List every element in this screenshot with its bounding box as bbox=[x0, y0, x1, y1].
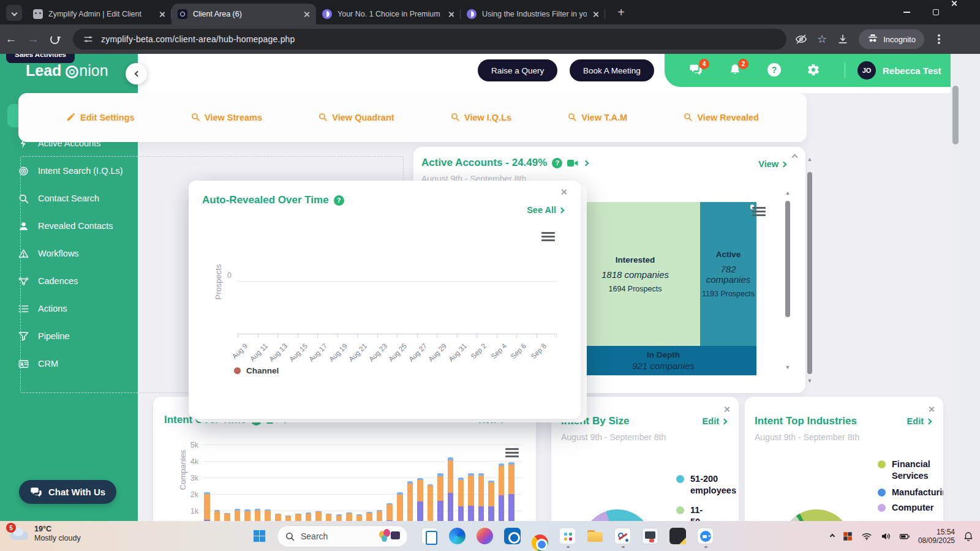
taskbar-screen-record-icon[interactable] bbox=[642, 528, 658, 544]
preview-eye-off-icon[interactable] bbox=[795, 33, 807, 45]
window-minimize-button[interactable] bbox=[892, 0, 921, 24]
widgets-scrollbar[interactable]: ▲ ▼ bbox=[806, 156, 813, 384]
tab-close-button[interactable] bbox=[157, 9, 167, 19]
treemap-node-interested[interactable]: Interested 1818 companies 1694 Prospects bbox=[570, 202, 700, 346]
scrollbar-thumb[interactable] bbox=[785, 201, 790, 317]
chart-menu-button[interactable] bbox=[541, 232, 555, 242]
taskbar-file-explorer-icon[interactable] bbox=[587, 528, 603, 544]
browser-scrollbar[interactable] bbox=[951, 54, 960, 551]
tab-close-button[interactable] bbox=[590, 9, 600, 19]
taskbar-snipping-tool-icon[interactable] bbox=[614, 528, 631, 544]
tray-expand-chevron[interactable] bbox=[830, 533, 835, 538]
browser-tab-client-area-6[interactable]: Client Area (6) bbox=[172, 4, 316, 24]
tray-app-grid-icon[interactable] bbox=[842, 531, 853, 542]
help-tooltip-icon[interactable] bbox=[334, 195, 344, 206]
search-highlight-image[interactable] bbox=[379, 528, 400, 544]
legend-label[interactable]: Channel bbox=[246, 366, 279, 375]
sidebar-collapse-button[interactable] bbox=[126, 63, 147, 84]
scroll-up-icon[interactable]: ▲ bbox=[806, 156, 813, 162]
browser-tab-using-the-industries[interactable]: Using the Industries Filter in yo bbox=[461, 4, 605, 24]
notifications-button[interactable]: 2 bbox=[728, 63, 743, 78]
close-widget-button[interactable] bbox=[723, 404, 730, 415]
treemap-node-active[interactable]: Active 782 companies 1193 Prospects bbox=[700, 202, 756, 346]
battery-icon[interactable] bbox=[899, 531, 910, 542]
chart-menu-button[interactable] bbox=[505, 448, 519, 458]
taskbar-edge-icon[interactable] bbox=[449, 528, 466, 544]
bookmark-star-icon[interactable]: ☆ bbox=[817, 32, 827, 46]
start-button[interactable] bbox=[252, 529, 266, 543]
intent-top-industries-edit-link[interactable]: Edit bbox=[907, 416, 932, 426]
address-bar[interactable]: zymplify-beta.com/client-area/hub-homepa… bbox=[73, 29, 786, 50]
volume-icon[interactable] bbox=[880, 531, 891, 542]
intent-bar[interactable] bbox=[468, 473, 474, 528]
book-meeting-button[interactable]: Book A Meeting bbox=[570, 59, 654, 81]
scroll-down-icon[interactable]: ▼ bbox=[784, 364, 791, 370]
quicklink-view-t-a-m[interactable]: View T.A.M bbox=[567, 112, 627, 124]
treemap-node-indepth[interactable]: In Depth 921 companies bbox=[570, 346, 756, 375]
reload-button[interactable] bbox=[50, 35, 59, 44]
quicklink-view-revealed[interactable]: View Revealed bbox=[683, 112, 759, 124]
video-icon[interactable] bbox=[567, 159, 579, 168]
intent-bar[interactable] bbox=[508, 462, 514, 528]
back-button[interactable]: ← bbox=[0, 32, 22, 46]
raise-query-button[interactable]: Raise a Query bbox=[478, 59, 557, 81]
taskbar-slack-icon[interactable] bbox=[559, 528, 576, 544]
tab-close-button[interactable] bbox=[301, 9, 311, 19]
taskbar-chrome-icon[interactable] bbox=[532, 534, 548, 551]
window-maximize-button[interactable] bbox=[921, 0, 951, 24]
scroll-up-icon[interactable]: ▲ bbox=[784, 190, 791, 196]
panel-scrollbar[interactable]: ▲ ▼ bbox=[784, 190, 791, 370]
intent-bar[interactable] bbox=[417, 478, 423, 528]
intent-bar[interactable] bbox=[448, 457, 454, 528]
weather-widget[interactable]: 5 19°C Mostly cloudy bbox=[9, 525, 81, 543]
taskbar-search[interactable]: Search bbox=[277, 525, 408, 547]
intent-bar[interactable] bbox=[499, 463, 505, 528]
legend-item-financial[interactable]: Financial Services bbox=[878, 459, 930, 482]
chat-with-us-button[interactable]: Chat With Us bbox=[19, 480, 116, 504]
help-tooltip-icon[interactable] bbox=[552, 158, 562, 168]
window-close-button[interactable] bbox=[951, 0, 980, 24]
messages-button[interactable]: 4 bbox=[689, 63, 704, 78]
settings-button[interactable] bbox=[807, 63, 821, 78]
wifi-icon[interactable] bbox=[861, 531, 872, 542]
intent-bar[interactable] bbox=[458, 478, 464, 528]
legend-item-computer[interactable]: Computer bbox=[878, 502, 933, 514]
close-widget-button[interactable] bbox=[928, 404, 935, 415]
browser-tab-your-no-1-choice-in-[interactable]: Your No. 1 Choice in Premium S bbox=[316, 4, 461, 24]
legend-item-manufacturing[interactable]: Manufacturing bbox=[878, 487, 943, 498]
download-icon[interactable] bbox=[837, 33, 849, 45]
browser-menu-kebab-icon[interactable] bbox=[938, 38, 940, 40]
intent-by-size-edit-link[interactable]: Edit bbox=[703, 416, 728, 426]
scrollbar-thumb[interactable] bbox=[807, 172, 812, 374]
forward-button[interactable]: → bbox=[22, 32, 44, 46]
site-info-icon[interactable] bbox=[83, 34, 94, 45]
widget-collapse-chevron[interactable] bbox=[793, 151, 797, 162]
taskbar-outlook-icon[interactable] bbox=[504, 528, 521, 544]
taskbar-zoom-icon[interactable] bbox=[697, 528, 714, 544]
close-widget-button[interactable] bbox=[560, 187, 567, 198]
intent-bar[interactable] bbox=[437, 473, 443, 528]
legend-item-51-200[interactable]: 51-200 employees bbox=[676, 473, 736, 497]
tab-close-button[interactable] bbox=[446, 9, 456, 19]
intent-bar[interactable] bbox=[478, 473, 484, 528]
active-accounts-view-link[interactable]: View bbox=[758, 159, 787, 169]
taskbar-notes-icon[interactable] bbox=[669, 528, 686, 544]
chart-menu-button[interactable] bbox=[750, 204, 754, 209]
scrollbar-thumb[interactable] bbox=[952, 86, 959, 144]
see-all-link[interactable]: See All bbox=[527, 205, 565, 215]
quicklink-view-streams[interactable]: View Streams bbox=[190, 112, 262, 124]
taskbar-copilot-icon[interactable] bbox=[477, 528, 493, 544]
scroll-down-icon[interactable]: ▼ bbox=[806, 378, 813, 384]
chevron-right-icon[interactable] bbox=[583, 160, 589, 166]
help-button[interactable]: ? bbox=[767, 63, 782, 78]
notification-bell-icon[interactable] bbox=[963, 531, 974, 542]
taskbar-clipboard-app-icon[interactable] bbox=[421, 528, 438, 544]
quicklink-view-i-q-ls[interactable]: View I.Q.Ls bbox=[450, 112, 511, 124]
new-tab-button[interactable]: + bbox=[614, 6, 628, 20]
tab-search-button[interactable] bbox=[6, 5, 22, 21]
taskbar-clock[interactable]: 15:54 08/09/2025 bbox=[918, 528, 955, 545]
quicklink-view-quadrant[interactable]: View Quadrant bbox=[318, 112, 394, 124]
avatar[interactable]: JO bbox=[858, 61, 876, 80]
quicklink-edit-settings[interactable]: Edit Settings bbox=[66, 112, 135, 124]
browser-tab-zymplify-admin-edit-[interactable]: Zymplify Admin | Edit Client bbox=[27, 4, 172, 24]
